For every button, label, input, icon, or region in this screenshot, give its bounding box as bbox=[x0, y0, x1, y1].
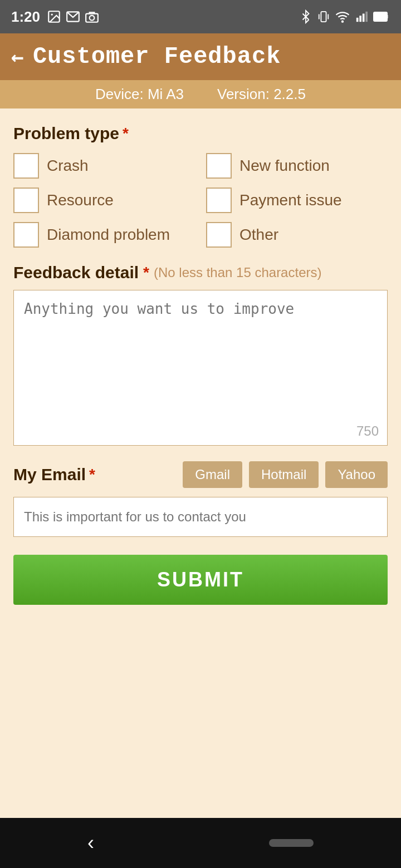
mail-icon bbox=[66, 9, 80, 24]
feedback-textarea-wrapper: 750 bbox=[13, 290, 388, 446]
device-label: Device: Mi A3 bbox=[95, 86, 184, 103]
wifi-icon bbox=[335, 9, 350, 24]
checkbox-diamond-problem[interactable]: Diamond problem bbox=[13, 222, 195, 248]
checkbox-crash[interactable]: Crash bbox=[13, 153, 195, 179]
checkbox-diamond-problem-label: Diamond problem bbox=[47, 226, 170, 244]
problem-type-required: * bbox=[123, 125, 129, 142]
checkbox-new-function-label: New function bbox=[239, 157, 330, 175]
status-time: 1:20 bbox=[11, 8, 40, 26]
vibrate-icon bbox=[317, 9, 330, 24]
checkbox-new-function-box[interactable] bbox=[206, 153, 232, 179]
feedback-required: * bbox=[143, 264, 149, 282]
checkbox-other[interactable]: Other bbox=[206, 222, 388, 248]
svg-point-4 bbox=[90, 16, 95, 21]
status-bar: 1:20 bbox=[0, 0, 401, 33]
back-button[interactable]: ← bbox=[11, 45, 24, 69]
email-label: My Email * bbox=[13, 465, 95, 484]
problem-type-options: Crash New function Resource Payment issu… bbox=[13, 153, 388, 248]
email-input[interactable] bbox=[13, 497, 388, 537]
status-icons bbox=[47, 9, 99, 24]
checkbox-other-box[interactable] bbox=[206, 222, 232, 248]
version-label: Version: 2.2.5 bbox=[217, 86, 306, 103]
svg-rect-9 bbox=[363, 14, 365, 22]
page-title: Customer Feedback bbox=[33, 43, 281, 70]
checkbox-crash-label: Crash bbox=[47, 157, 89, 175]
hotmail-button[interactable]: Hotmail bbox=[249, 461, 319, 488]
checkbox-payment-issue-label: Payment issue bbox=[239, 191, 342, 209]
content-area: Problem type * Crash New function Resour… bbox=[0, 108, 401, 818]
gmail-button[interactable]: Gmail bbox=[183, 461, 242, 488]
email-buttons: Gmail Hotmail Yahoo bbox=[183, 461, 388, 488]
yahoo-button[interactable]: Yahoo bbox=[325, 461, 388, 488]
nav-home-indicator[interactable] bbox=[269, 839, 314, 847]
svg-point-1 bbox=[51, 14, 53, 16]
email-required: * bbox=[89, 466, 95, 484]
device-info-bar: Device: Mi A3 Version: 2.2.5 bbox=[0, 80, 401, 108]
checkbox-new-function[interactable]: New function bbox=[206, 153, 388, 179]
svg-rect-5 bbox=[321, 12, 326, 22]
header: ← Customer Feedback bbox=[0, 33, 401, 80]
svg-rect-8 bbox=[359, 16, 361, 22]
camera-icon bbox=[85, 9, 99, 24]
svg-rect-12 bbox=[375, 13, 386, 20]
checkbox-resource-label: Resource bbox=[47, 191, 114, 209]
checkbox-resource-box[interactable] bbox=[13, 188, 39, 213]
email-row: My Email * Gmail Hotmail Yahoo bbox=[13, 461, 388, 488]
svg-rect-7 bbox=[356, 18, 359, 22]
checkbox-crash-box[interactable] bbox=[13, 153, 39, 179]
checkbox-payment-issue[interactable]: Payment issue bbox=[206, 188, 388, 213]
signal-icon bbox=[355, 9, 368, 24]
bluetooth-icon bbox=[300, 9, 312, 24]
battery-icon bbox=[373, 9, 390, 24]
status-right-icons bbox=[300, 9, 390, 24]
feedback-hint: (No less than 15 characters) bbox=[154, 265, 321, 280]
char-count: 750 bbox=[356, 423, 379, 439]
feedback-textarea[interactable] bbox=[13, 290, 388, 446]
submit-button[interactable]: SUBMIT bbox=[13, 555, 388, 605]
feedback-detail-label: Feedback detail * (No less than 15 chara… bbox=[13, 263, 388, 282]
image-icon bbox=[47, 9, 61, 24]
navigation-bar: ‹ bbox=[0, 818, 401, 868]
svg-rect-10 bbox=[365, 12, 368, 22]
checkbox-other-label: Other bbox=[239, 226, 278, 244]
checkbox-diamond-problem-box[interactable] bbox=[13, 222, 39, 248]
checkbox-payment-issue-box[interactable] bbox=[206, 188, 232, 213]
svg-point-6 bbox=[342, 21, 343, 22]
checkbox-resource[interactable]: Resource bbox=[13, 188, 195, 213]
problem-type-label: Problem type * bbox=[13, 124, 388, 143]
nav-back-button[interactable]: ‹ bbox=[87, 831, 94, 855]
